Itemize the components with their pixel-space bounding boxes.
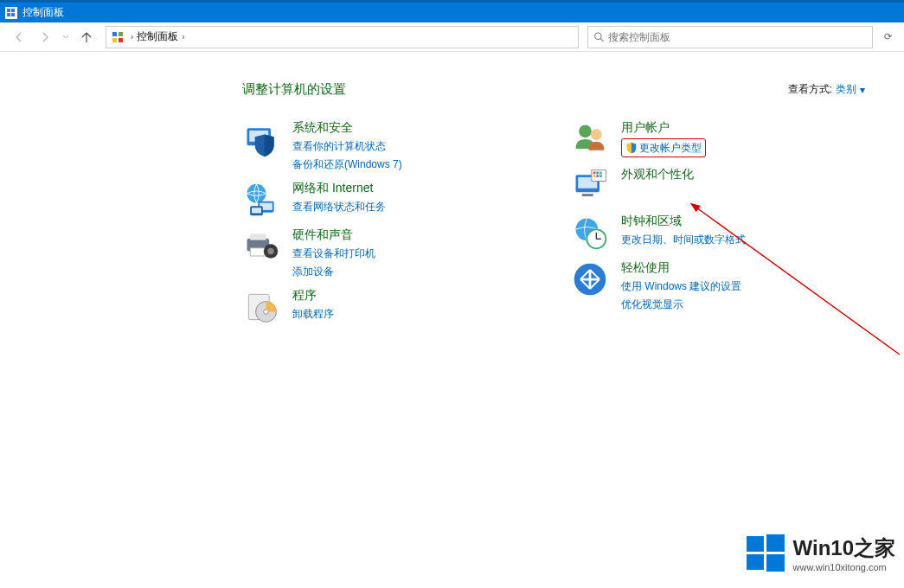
category-appearance: 外观和个性化 — [571, 167, 848, 205]
address-bar[interactable]: › 控制面板 › — [106, 26, 579, 48]
breadcrumb-sep-icon[interactable]: › — [180, 32, 186, 42]
svg-point-26 — [591, 129, 602, 140]
category-title[interactable]: 系统和安全 — [292, 120, 402, 136]
printer-speaker-icon — [242, 227, 280, 265]
svg-rect-7 — [119, 38, 123, 42]
svg-rect-44 — [766, 534, 785, 552]
category-programs: 程序 卸载程序 — [242, 288, 519, 326]
category-column-right: 用户帐户 更改帐户类型 — [571, 120, 848, 326]
view-by-value[interactable]: 类别 — [836, 82, 856, 97]
appearance-icon — [571, 167, 609, 205]
window-title: 控制面板 — [22, 5, 64, 20]
category-title[interactable]: 轻松使用 — [621, 260, 741, 276]
category-title[interactable]: 时钟和区域 — [621, 214, 746, 229]
window-titlebar: 控制面板 — [0, 0, 904, 22]
svg-rect-45 — [747, 554, 764, 570]
category-system-security: 系统和安全 查看你的计算机状态 备份和还原(Windows 7) — [242, 120, 519, 172]
category-user-accounts: 用户帐户 更改帐户类型 — [571, 120, 848, 158]
recent-dropdown[interactable] — [61, 27, 71, 48]
search-icon — [593, 31, 605, 43]
category-network: 网络和 Internet 查看网络状态和任务 — [242, 181, 519, 219]
back-button[interactable] — [9, 27, 29, 48]
watermark-brand: Win10之家 — [793, 534, 895, 562]
svg-rect-29 — [582, 194, 593, 196]
svg-rect-18 — [250, 233, 266, 240]
svg-rect-31 — [593, 172, 596, 175]
sublink[interactable]: 查看网络状态和任务 — [292, 199, 386, 214]
clock-globe-icon — [571, 214, 609, 252]
svg-rect-43 — [747, 536, 764, 552]
refresh-button[interactable]: ⟳ — [880, 31, 895, 42]
category-title[interactable]: 外观和个性化 — [621, 167, 694, 182]
sublink[interactable]: 添加设备 — [292, 264, 375, 279]
svg-rect-35 — [596, 175, 599, 177]
disc-box-icon — [242, 288, 280, 326]
control-panel-icon — [5, 7, 17, 19]
up-button[interactable] — [76, 27, 97, 48]
shield-monitor-icon — [242, 120, 280, 158]
svg-line-9 — [600, 38, 603, 41]
category-title[interactable]: 程序 — [292, 288, 334, 304]
view-by: 查看方式: 类别 ▾ — [788, 82, 865, 97]
category-title[interactable]: 用户帐户 — [621, 120, 706, 136]
svg-point-38 — [587, 229, 606, 248]
windows-logo-icon — [745, 533, 786, 574]
forward-button[interactable] — [35, 27, 55, 48]
uac-shield-icon — [625, 142, 638, 154]
sublink[interactable]: 更改日期、时间或数字格式 — [621, 232, 746, 247]
svg-rect-19 — [250, 248, 266, 256]
svg-rect-33 — [599, 172, 602, 175]
sublink[interactable]: 使用 Windows 建议的设置 — [621, 278, 741, 294]
page-heading: 调整计算机的设置 — [242, 81, 346, 98]
svg-rect-5 — [119, 32, 123, 36]
sublink[interactable]: 查看设备和打印机 — [292, 246, 375, 261]
svg-rect-0 — [7, 9, 10, 12]
category-ease-of-access: 轻松使用 使用 Windows 建议的设置 优化视觉显示 — [571, 260, 848, 312]
svg-point-21 — [267, 248, 273, 254]
sublink[interactable]: 查看你的计算机状态 — [292, 138, 402, 154]
svg-point-24 — [264, 310, 269, 315]
svg-rect-3 — [11, 13, 15, 16]
search-input[interactable] — [608, 31, 867, 43]
breadcrumb-root[interactable]: 控制面板 — [135, 29, 180, 44]
svg-rect-36 — [599, 175, 602, 177]
category-column-left: 系统和安全 查看你的计算机状态 备份和还原(Windows 7) — [242, 120, 519, 326]
category-title[interactable]: 硬件和声音 — [292, 227, 375, 243]
svg-rect-4 — [112, 32, 117, 36]
content-area: 调整计算机的设置 查看方式: 类别 ▾ 系统和安全 — [0, 52, 904, 588]
globe-network-icon — [242, 181, 280, 219]
change-account-type-link-highlighted[interactable]: 更改帐户类型 — [621, 138, 706, 157]
sublink[interactable]: 备份和还原(Windows 7) — [292, 157, 402, 172]
ease-of-access-icon — [571, 260, 609, 298]
svg-rect-16 — [252, 208, 261, 213]
watermark: Win10之家 www.win10xitong.com — [745, 533, 895, 574]
svg-point-12 — [247, 184, 266, 203]
breadcrumb-sep-icon[interactable]: › — [129, 32, 135, 42]
svg-rect-2 — [7, 13, 10, 16]
sublink[interactable]: 卸载程序 — [292, 306, 334, 322]
svg-rect-6 — [112, 38, 117, 42]
category-title[interactable]: 网络和 Internet — [292, 181, 386, 196]
control-panel-address-icon — [110, 29, 125, 45]
category-hardware: 硬件和声音 查看设备和打印机 添加设备 — [242, 227, 519, 279]
view-by-label: 查看方式: — [788, 82, 832, 97]
category-clock: 时钟和区域 更改日期、时间或数字格式 — [571, 214, 848, 252]
watermark-url: www.win10xitong.com — [793, 562, 895, 572]
svg-rect-34 — [593, 175, 596, 177]
svg-point-8 — [595, 33, 601, 39]
chevron-down-icon[interactable]: ▾ — [860, 84, 865, 96]
svg-rect-46 — [766, 554, 785, 572]
svg-rect-32 — [596, 172, 599, 175]
search-box[interactable] — [587, 26, 873, 48]
svg-point-25 — [579, 125, 592, 138]
svg-rect-1 — [11, 9, 15, 12]
sublink[interactable]: 更改帐户类型 — [639, 140, 702, 156]
user-accounts-icon — [571, 120, 609, 158]
navigation-bar: › 控制面板 › ⟳ — [0, 22, 904, 52]
sublink[interactable]: 优化视觉显示 — [621, 297, 741, 312]
